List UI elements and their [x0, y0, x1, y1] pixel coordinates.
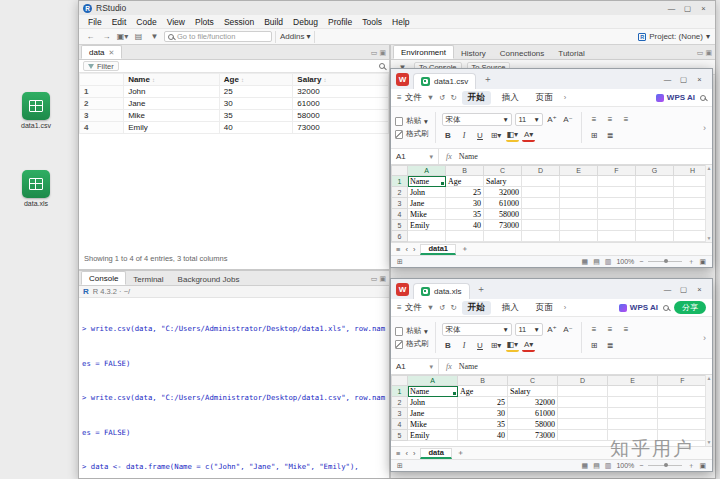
page-view-icon[interactable]: ▤ — [593, 462, 600, 470]
cell-F2[interactable] — [658, 397, 708, 408]
zoom-out-icon[interactable]: − — [639, 258, 643, 265]
cell-D4[interactable] — [558, 419, 608, 430]
cell-D2[interactable] — [522, 187, 560, 198]
increase-font-button[interactable]: A⁺ — [546, 113, 559, 126]
paste-button[interactable]: 粘贴▾ — [395, 326, 429, 336]
cell-C1[interactable]: Salary — [484, 176, 522, 187]
font-size-select[interactable]: 11▾ — [515, 113, 543, 126]
search-icon[interactable] — [663, 305, 669, 311]
font-name-select[interactable]: 宋体▾ — [442, 323, 512, 336]
forward-icon[interactable]: → — [100, 31, 113, 43]
align-right-icon[interactable]: ≡ — [620, 323, 633, 336]
prev-sheet-icon[interactable]: ‹ — [405, 245, 408, 254]
more-tabs-icon[interactable]: › — [564, 93, 567, 102]
font-color-button[interactable]: A▾ — [522, 340, 535, 352]
undo-icon[interactable]: ↺ — [439, 93, 445, 102]
font-name-select[interactable]: 宋体▾ — [442, 113, 512, 126]
wps-ai-button[interactable]: WPS AI — [656, 93, 695, 102]
save-icon[interactable]: ▼ — [427, 93, 434, 102]
align-center-icon[interactable]: ≡ — [604, 113, 617, 126]
fill-color-button[interactable]: ◧▾ — [506, 130, 520, 142]
fx-icon[interactable]: fx — [439, 362, 459, 371]
tab-history[interactable]: History — [454, 47, 493, 59]
cell-G6[interactable] — [636, 231, 674, 242]
select-all-corner[interactable] — [392, 166, 408, 176]
row-header-1[interactable]: 1 — [392, 386, 408, 397]
borders-button[interactable]: ⊞▾ — [490, 129, 503, 142]
tab-terminal[interactable]: Terminal — [126, 273, 170, 285]
cell-B4[interactable]: 35 — [446, 209, 484, 220]
document-tab[interactable]: data1.csv — [413, 73, 476, 89]
project-selector[interactable]: R Project: (None)▾ — [638, 32, 710, 41]
col-header-E[interactable]: E — [560, 166, 598, 176]
minimize-icon[interactable]: — — [660, 74, 675, 85]
sheet-list-icon[interactable]: ≡ — [396, 245, 400, 254]
vertical-scrollbar[interactable]: ▲▼ — [705, 165, 712, 242]
save-icon[interactable]: ▼ — [148, 31, 161, 43]
row-header-4[interactable]: 4 — [392, 419, 408, 430]
menu-tools[interactable]: Tools — [357, 17, 387, 27]
tab-page[interactable]: 页面 — [530, 301, 559, 315]
more-tabs-icon[interactable]: › — [564, 303, 567, 312]
borders-button[interactable]: ⊞▾ — [490, 339, 503, 352]
viewer-col-age[interactable]: Age↕ — [219, 74, 293, 86]
wps-ai-button[interactable]: WPS AI — [619, 303, 658, 312]
row-header-6[interactable]: 6 — [392, 231, 408, 242]
menu-file[interactable]: ≡ 文件 — [397, 302, 422, 314]
cell-C5[interactable]: 73000 — [508, 430, 558, 441]
cell-C5[interactable]: 73000 — [484, 220, 522, 231]
increase-font-button[interactable]: A⁺ — [546, 323, 559, 336]
share-button[interactable]: 分享 — [674, 301, 706, 314]
close-tab-icon[interactable]: ✕ — [109, 49, 115, 57]
cell-B2[interactable]: 25 — [458, 397, 508, 408]
spreadsheet-area[interactable]: ABCDEFGH1NameAgeSalary2John25320003Jane3… — [391, 165, 712, 242]
row-header-3[interactable]: 3 — [392, 198, 408, 209]
cell-G3[interactable] — [636, 198, 674, 209]
row-header-2[interactable]: 2 — [392, 187, 408, 198]
tab-environment[interactable]: Environment — [393, 45, 454, 59]
font-size-select[interactable]: 11▾ — [515, 323, 543, 336]
cell-D1[interactable] — [558, 386, 608, 397]
formula-value[interactable]: Name — [459, 362, 478, 371]
cell-D5[interactable] — [558, 430, 608, 441]
new-document-icon[interactable]: ＋ — [474, 283, 489, 296]
open-file-icon[interactable]: ▤ — [132, 31, 145, 43]
align-left-icon[interactable]: ≡ — [588, 323, 601, 336]
cell-E5[interactable] — [560, 220, 598, 231]
sheet-tab[interactable]: data — [420, 448, 451, 459]
cell-E1[interactable] — [560, 176, 598, 187]
add-sheet-icon[interactable]: ＋ — [461, 244, 469, 254]
cell-B1[interactable]: Age — [446, 176, 484, 187]
desktop-icon-data-xls[interactable]: data.xls — [8, 170, 64, 208]
merge-cells-icon[interactable]: ⊞ — [588, 129, 601, 142]
maximize-icon[interactable]: ▢ — [676, 284, 691, 295]
cell-A4[interactable]: Mike — [408, 419, 458, 430]
cell-B2[interactable]: 25 — [446, 187, 484, 198]
cell-F4[interactable] — [658, 419, 708, 430]
cell-A5[interactable]: Emily — [408, 220, 446, 231]
pane-minimize-icon[interactable]: ▭ — [371, 275, 378, 283]
cell-D5[interactable] — [522, 220, 560, 231]
tab-home[interactable]: 开始 — [462, 91, 491, 105]
cell-C3[interactable]: 61000 — [508, 408, 558, 419]
cell-C4[interactable]: 58000 — [508, 419, 558, 430]
cell-E4[interactable] — [608, 419, 658, 430]
cell-A1[interactable]: Name — [408, 176, 446, 187]
menu-debug[interactable]: Debug — [288, 17, 323, 27]
merge-cells-icon[interactable]: ⊞ — [588, 339, 601, 352]
cell-C4[interactable]: 58000 — [484, 209, 522, 220]
cell-A2[interactable]: John — [408, 397, 458, 408]
close-icon[interactable]: × — [692, 74, 707, 85]
viewer-col-name[interactable]: Name↕ — [124, 74, 220, 86]
fill-color-button[interactable]: ◧▾ — [506, 340, 520, 352]
cell-A5[interactable]: Emily — [408, 430, 458, 441]
cell-E3[interactable] — [608, 408, 658, 419]
tab-page[interactable]: 页面 — [530, 91, 559, 105]
format-painter-button[interactable]: 格式刷 — [395, 129, 429, 139]
row-header-2[interactable]: 2 — [392, 397, 408, 408]
decrease-font-button[interactable]: A⁻ — [562, 113, 575, 126]
add-sheet-icon[interactable]: ＋ — [457, 448, 465, 458]
tab-background-jobs[interactable]: Background Jobs — [171, 273, 247, 285]
ribbon-expand-icon[interactable]: › — [701, 319, 708, 356]
align-left-icon[interactable]: ≡ — [588, 113, 601, 126]
